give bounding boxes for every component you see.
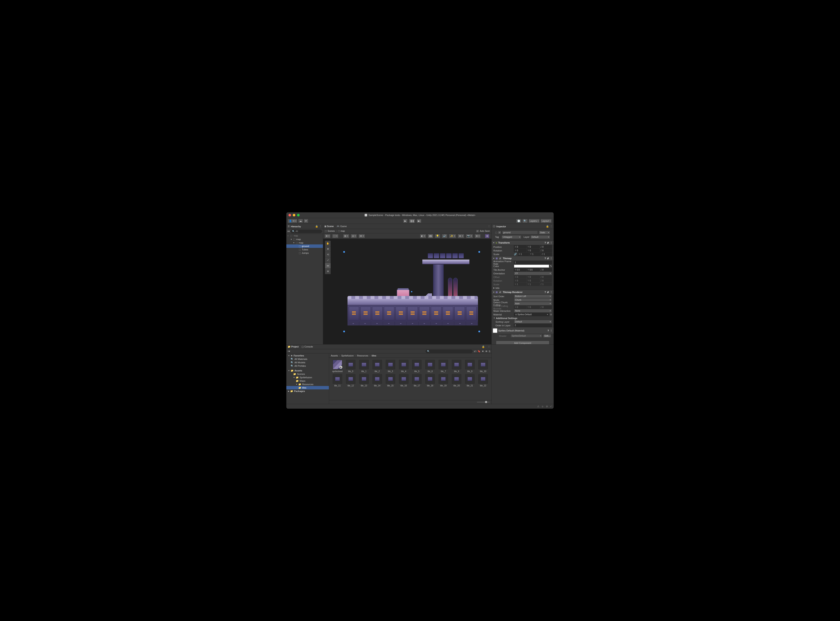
position-y-field[interactable]: Y0: [527, 245, 539, 248]
audio-toggle[interactable]: 🔊: [442, 234, 447, 238]
transform-component-header[interactable]: ▼⟐ Transform ? ⇄ ⋮: [492, 240, 554, 245]
play-button[interactable]: ▶: [403, 219, 407, 223]
history-button[interactable]: ⟳: [304, 219, 308, 223]
project-search[interactable]: 🔍: [425, 350, 472, 353]
sort-order-dropdown[interactable]: Bottom Left: [514, 294, 552, 298]
component-menu-icon[interactable]: ⋮: [550, 329, 552, 332]
mode-dropdown[interactable]: Chunk: [514, 298, 552, 302]
hierarchy-search[interactable]: 🔍 All: [291, 230, 322, 233]
cloud-button[interactable]: ☁: [298, 219, 303, 223]
folder-item[interactable]: ▼📁Resources: [286, 383, 329, 386]
constrain-icon[interactable]: 🔗: [514, 253, 517, 256]
asset-item[interactable]: tile_7: [437, 360, 450, 373]
selection-center[interactable]: [411, 291, 412, 292]
asset-item[interactable]: tile_9: [464, 360, 476, 373]
hierarchy-item[interactable]: ⬚ Jumps: [286, 251, 323, 255]
scene-tabs-menu[interactable]: ⋮: [488, 225, 490, 228]
layers-dropdown[interactable]: Layers: [528, 219, 540, 223]
account-dropdown[interactable]: 👤 H: [288, 219, 297, 223]
step-button[interactable]: ▶|: [416, 219, 421, 223]
selection-handle[interactable]: [478, 251, 480, 253]
breadcrumb-item[interactable]: Resources: [357, 354, 368, 357]
hierarchy-lock-icon[interactable]: 🔒: [315, 225, 318, 228]
fx-toggle[interactable]: ✨: [449, 234, 456, 238]
visibility-toggle[interactable]: 👁: [458, 234, 464, 238]
folder-item[interactable]: 📁Maps: [286, 379, 329, 383]
anchor-x-field[interactable]: X0.5: [514, 268, 526, 271]
info-foldout[interactable]: ▶Info: [492, 286, 554, 290]
asset-item[interactable]: tile_22: [477, 374, 489, 387]
asset-item[interactable]: tile_12: [345, 374, 357, 387]
favorites-header[interactable]: ▼★Favorites: [286, 354, 329, 357]
asset-item[interactable]: tile_14: [371, 374, 383, 387]
position-z-field[interactable]: Z0: [540, 245, 552, 248]
selection-handle[interactable]: [478, 330, 480, 332]
breadcrumb-item[interactable]: Spritefusion: [341, 354, 354, 357]
hidden-icon[interactable]: 👁: [485, 350, 487, 353]
anchor-y-field[interactable]: Y0.5: [527, 268, 539, 271]
eyedropper-icon[interactable]: ✎: [550, 265, 552, 268]
asset-item[interactable]: tile_21: [464, 374, 476, 387]
lighting-toggle[interactable]: 💡: [435, 234, 440, 238]
favorites-item[interactable]: 🔍All Prefabs: [286, 364, 329, 368]
favorites-item[interactable]: 🔍All Materials: [286, 357, 329, 361]
layout-dropdown[interactable]: Layout: [540, 219, 552, 223]
shading-mode-dropdown[interactable]: ◐: [420, 234, 426, 238]
asset-item[interactable]: tile_4: [398, 360, 410, 373]
sorting-layer-dropdown[interactable]: Default: [514, 320, 552, 324]
active-checkbox[interactable]: ✓: [498, 231, 501, 234]
inspector-lock-icon[interactable]: 🔒: [546, 225, 549, 228]
asset-item[interactable]: tile_18: [424, 374, 436, 387]
component-menu-icon[interactable]: ⋮: [550, 257, 552, 260]
object-name-field[interactable]: ground: [502, 230, 538, 234]
snap-dropdown[interactable]: ⋈: [359, 234, 365, 238]
detect-dropdown[interactable]: Auto: [514, 302, 552, 305]
preset-icon[interactable]: ⇄: [547, 291, 549, 294]
rotation-z-field[interactable]: Z0: [540, 249, 552, 252]
console-tab[interactable]: ▢ Console: [301, 345, 313, 348]
asset-item[interactable]: tile_0: [345, 360, 357, 373]
help-icon[interactable]: ?: [545, 241, 546, 244]
renderer-enabled-checkbox[interactable]: ✓: [499, 291, 502, 294]
folder-item[interactable]: 📁tiles: [286, 386, 329, 389]
grid-snap-dropdown[interactable]: ⊞: [343, 234, 349, 238]
status-icon[interactable]: ✓: [550, 405, 552, 408]
rotation-y-field[interactable]: Y0: [527, 249, 539, 252]
assets-folder[interactable]: ▼📁Assets: [286, 369, 329, 372]
preset-icon[interactable]: ⇄: [547, 241, 549, 244]
scale-x-field[interactable]: X1: [518, 253, 529, 256]
rect-tool[interactable]: ▭: [325, 263, 331, 269]
hierarchy-item[interactable]: ▼ ⬚ map: [286, 241, 323, 244]
asset-item[interactable]: tile_19: [437, 374, 450, 387]
asset-item[interactable]: spritesheet: [331, 360, 344, 373]
asset-item[interactable]: tile_1: [358, 360, 370, 373]
layer-dropdown[interactable]: Default: [530, 235, 550, 239]
component-menu-icon[interactable]: ⋮: [550, 291, 552, 294]
inspector-tab[interactable]: Inspector: [496, 225, 506, 228]
status-icon[interactable]: ⛭: [542, 405, 544, 408]
help-icon[interactable]: ?: [545, 291, 546, 293]
shader-dropdown[interactable]: Sprites/Default: [510, 334, 542, 338]
folder-item[interactable]: ▼📁Spritefusion: [286, 376, 329, 379]
breadcrumb-item[interactable]: Assets: [331, 354, 338, 357]
scene-canvas[interactable]: ✋ ✥ ⟲ ⤢ ▭ ⊕: [323, 239, 492, 344]
status-icon[interactable]: ⊘: [546, 405, 548, 408]
hierarchy-tab[interactable]: Hierarchy: [291, 225, 301, 228]
anchor-z-field[interactable]: Z0: [540, 268, 552, 271]
color-field[interactable]: [514, 265, 549, 268]
tag-dropdown[interactable]: Untagged: [501, 235, 521, 239]
rotation-x-field[interactable]: X0: [514, 249, 526, 252]
snap-increment-dropdown[interactable]: ⊡: [351, 234, 357, 238]
thumbnail-size-slider[interactable]: [477, 402, 490, 403]
orientation-dropdown[interactable]: XY: [514, 271, 552, 275]
auto-save-checkbox[interactable]: ✓: [476, 230, 479, 233]
help-icon[interactable]: ?: [548, 329, 549, 332]
asset-item[interactable]: tile_8: [450, 360, 463, 373]
project-menu-icon[interactable]: ⋮: [488, 345, 490, 348]
scene-tab[interactable]: ⊞ Scene: [324, 225, 334, 228]
search-by-label-icon[interactable]: 🔖: [478, 350, 481, 353]
transform-tool[interactable]: ⊕: [325, 269, 331, 274]
asset-item[interactable]: tile_10: [477, 360, 489, 373]
create-dropdown[interactable]: +▾: [288, 350, 290, 353]
prev-scene-button[interactable]: ‹: [288, 234, 289, 237]
